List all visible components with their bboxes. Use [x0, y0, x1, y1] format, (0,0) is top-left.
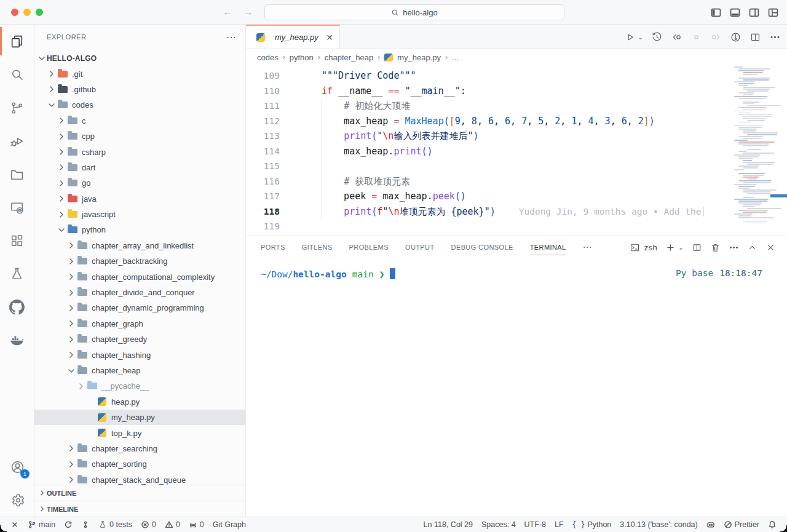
nav-forward-icon[interactable]: →	[243, 6, 253, 18]
breadcrumb-item[interactable]: python	[290, 53, 314, 62]
split-editor-icon[interactable]	[749, 31, 761, 43]
status-utf-8[interactable]: UTF-8	[520, 517, 550, 532]
layout-sidebar-left-icon[interactable]	[711, 7, 721, 18]
panel-more-actions-icon[interactable]	[729, 242, 739, 253]
close-tab-icon[interactable]: ✕	[326, 33, 333, 42]
gitlens-graph-icon[interactable]	[730, 31, 742, 43]
terminal-dropdown-icon[interactable]: ⌄	[678, 244, 684, 251]
panel-tab-gitlens[interactable]: GITLENS	[302, 236, 333, 258]
activity-accounts[interactable]: 1	[0, 450, 34, 483]
tree-item-hello-algo[interactable]: HELLO-ALGO	[34, 50, 245, 66]
tree-item--pycache-[interactable]: __pycache__	[34, 378, 245, 394]
tree-item-chapter-computational-complexity[interactable]: chapter_computational_complexity	[34, 269, 245, 284]
tree-item-chapter-array-and-linkedlist[interactable]: chapter_array_and_linkedlist	[34, 238, 245, 253]
layout-panel-icon[interactable]	[730, 7, 740, 18]
code-line-113[interactable]: 113 print("\n输入列表并建堆后")	[246, 129, 787, 144]
nav-back-icon[interactable]: ←	[223, 6, 233, 18]
tree-item-go[interactable]: go	[34, 175, 245, 191]
code-line-118[interactable]: 118 print(f"\n堆顶元素为 {peek}")Yudong Jin, …	[246, 204, 787, 220]
terminal[interactable]: ~/Dow/hello-algomain❯ Py base18:18:47	[246, 258, 787, 279]
status-copilot-icon[interactable]	[702, 517, 719, 532]
tree-item-cpp[interactable]: cpp	[34, 129, 245, 144]
tree-item-codes[interactable]: codes	[34, 97, 245, 113]
tree-item-my-heap-py[interactable]: my_heap.py	[34, 410, 245, 425]
tree-item-chapter-sorting[interactable]: chapter_sorting	[34, 456, 245, 472]
tree-item-csharp[interactable]: csharp	[34, 144, 245, 159]
panel-tab-problems[interactable]: PROBLEMS	[349, 236, 389, 258]
tree-item-chapter-searching[interactable]: chapter_searching	[34, 441, 245, 456]
code-line-115[interactable]: 115	[246, 159, 787, 174]
minimize-window-button[interactable]	[23, 9, 31, 16]
code-line-111[interactable]: 111 # 初始化大顶堆	[246, 98, 787, 114]
tree-item-javascript[interactable]: javascript	[34, 207, 245, 222]
status-sync-icon[interactable]	[60, 517, 77, 532]
status-gitlens-icon[interactable]	[77, 517, 94, 532]
prev-change-icon[interactable]	[690, 31, 702, 43]
tree-item--github[interactable]: .github	[34, 82, 245, 97]
activity-extensions[interactable]	[0, 224, 34, 257]
breadcrumb-item[interactable]: codes	[257, 53, 279, 62]
zoom-window-button[interactable]	[36, 9, 43, 16]
code-line-116[interactable]: 116 # 获取堆顶元素	[246, 174, 787, 189]
status-0[interactable]: 0	[136, 517, 160, 532]
tree-item-chapter-backtracking[interactable]: chapter_backtracking	[34, 253, 245, 269]
explorer-more-actions-icon[interactable]: ⋯	[226, 31, 237, 43]
activity-docker[interactable]	[0, 324, 34, 357]
maximize-panel-icon[interactable]	[747, 242, 757, 253]
panel-more-tabs-icon[interactable]: ⋯	[583, 242, 593, 253]
tree-item-c[interactable]: c	[34, 113, 245, 129]
status-3-10-13-base-conda-[interactable]: 3.10.13 ('base': conda)	[615, 517, 702, 532]
close-panel-icon[interactable]	[765, 242, 776, 253]
tree-item-top-k-py[interactable]: top_k.py	[34, 425, 245, 440]
activity-run-debug[interactable]	[0, 124, 34, 157]
status-remote-icon[interactable]	[6, 517, 23, 532]
code-line-112[interactable]: 112 max_heap = MaxHeap([9, 8, 6, 6, 7, 5…	[246, 114, 787, 129]
minimap[interactable]	[734, 65, 781, 236]
more-actions-icon[interactable]	[769, 31, 781, 43]
tree-item-python[interactable]: python	[34, 222, 245, 237]
run-icon[interactable]	[624, 31, 636, 43]
tab-my-heap[interactable]: my_heap.py ✕	[246, 25, 340, 49]
code-editor[interactable]: 109"""Driver Code"""110if __name__ == "_…	[246, 65, 787, 236]
split-terminal-icon[interactable]	[692, 242, 702, 253]
activity-folder-view[interactable]	[0, 157, 34, 191]
next-change-icon[interactable]	[710, 31, 722, 43]
status-lf[interactable]: LF	[550, 517, 568, 532]
activity-github[interactable]	[0, 290, 34, 324]
new-terminal-icon[interactable]	[665, 242, 676, 253]
code-line-109[interactable]: 109"""Driver Code"""	[246, 68, 787, 84]
status-bell-icon[interactable]	[764, 517, 781, 532]
file-history-icon[interactable]	[651, 31, 663, 43]
command-center-search[interactable]: hello-algo	[264, 4, 564, 20]
kill-terminal-icon[interactable]	[710, 242, 721, 253]
status-ln-118-col-29[interactable]: Ln 118, Col 29	[419, 517, 477, 532]
code-line-117[interactable]: 117 peek = max_heap.peek()	[246, 189, 787, 204]
layout-sidebar-right-icon[interactable]	[749, 7, 759, 18]
close-window-button[interactable]	[11, 9, 18, 16]
tree-item-dart[interactable]: dart	[34, 160, 245, 175]
activity-search[interactable]	[0, 58, 34, 91]
open-changes-icon[interactable]	[671, 31, 682, 43]
breadcrumb-item[interactable]: chapter_heap	[325, 53, 374, 62]
tree-item-chapter-divide-and-conquer[interactable]: chapter_divide_and_conquer	[34, 285, 245, 300]
activity-explorer[interactable]	[0, 25, 34, 58]
outline-section-header[interactable]: OUTLINE	[34, 485, 245, 501]
tree-item-heap-py[interactable]: heap.py	[34, 394, 245, 410]
status-python[interactable]: { }Python	[568, 517, 616, 532]
activity-testing[interactable]	[0, 257, 34, 290]
activity-settings[interactable]	[0, 483, 34, 517]
breadcrumb-item[interactable]: my_heap.py	[384, 53, 441, 62]
tree-item-chapter-hashing[interactable]: chapter_hashing	[34, 347, 245, 362]
tree-item-chapter-dynamic-programming[interactable]: chapter_dynamic_programming	[34, 300, 245, 316]
layout-customize-icon[interactable]	[768, 7, 778, 18]
status-spaces-4[interactable]: Spaces: 4	[477, 517, 520, 532]
panel-tab-debug-console[interactable]: DEBUG CONSOLE	[451, 236, 513, 258]
code-line-114[interactable]: 114 max_heap.print()	[246, 144, 787, 159]
code-line-110[interactable]: 110if __name__ == "__main__":	[246, 84, 787, 99]
panel-tab-terminal[interactable]: TERMINAL	[530, 236, 566, 258]
activity-source-control[interactable]	[0, 91, 34, 124]
timeline-section-header[interactable]: TIMELINE	[34, 501, 245, 517]
status-main[interactable]: main	[23, 517, 60, 532]
tree-item-chapter-graph[interactable]: chapter_graph	[34, 316, 245, 332]
tree-item-chapter-stack-and-queue[interactable]: chapter_stack_and_queue	[34, 472, 245, 485]
